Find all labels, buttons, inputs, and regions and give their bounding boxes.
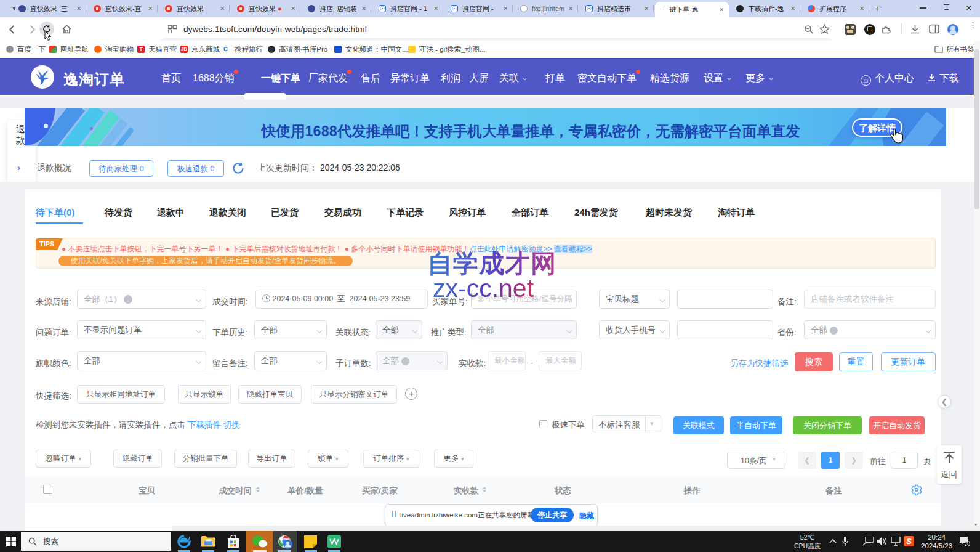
svg-text:1: 1 — [966, 542, 969, 546]
